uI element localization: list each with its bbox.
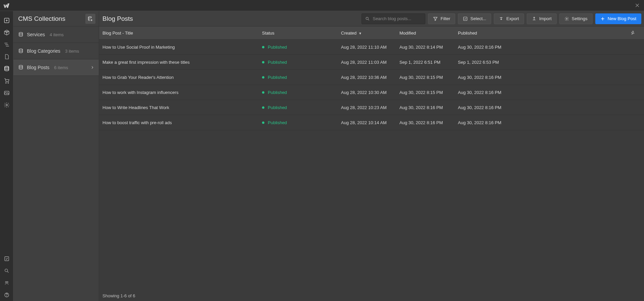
cell-published: Aug 30, 2022 8:16 PM (458, 90, 631, 95)
svg-rect-17 (464, 17, 467, 20)
svg-point-3 (8, 83, 8, 83)
column-header-modified[interactable]: Modified (399, 31, 458, 36)
table-footer: Showing 1-6 of 6 (99, 290, 644, 301)
help-icon[interactable] (0, 289, 13, 301)
table-row[interactable]: How to boost traffic with pre-roll ads P… (99, 115, 644, 130)
plus-icon (600, 16, 605, 21)
cell-published: Aug 30, 2022 8:16 PM (458, 45, 631, 50)
add-collection-button[interactable] (85, 14, 95, 24)
page-title: Blog Posts (102, 15, 133, 22)
left-toolbar (0, 11, 13, 301)
export-button[interactable]: Export (494, 13, 524, 24)
settings-button[interactable]: Settings (559, 13, 593, 24)
import-button[interactable]: Import (527, 13, 557, 24)
collection-label: Blog Categories (27, 48, 60, 54)
status-dot-icon (262, 76, 264, 79)
cell-modified: Aug 30, 2022 8:15 PM (399, 90, 458, 95)
svg-point-18 (566, 18, 567, 19)
collection-count: 4 items (50, 32, 64, 37)
status-dot-icon (262, 61, 264, 63)
pages-icon[interactable] (0, 51, 13, 63)
search-input-wrapper[interactable] (361, 13, 425, 24)
status-text: Published (268, 105, 287, 110)
status-text: Published (268, 90, 287, 95)
table-row[interactable]: How to Use Social Proof in Marketing Pub… (99, 40, 644, 55)
webflow-logo-icon[interactable] (3, 2, 9, 9)
cell-modified: Aug 30, 2022 8:16 PM (399, 120, 458, 125)
svg-point-11 (6, 296, 7, 296)
svg-point-8 (5, 282, 6, 283)
cell-title: How to Grab Your Reader's Attention (102, 75, 262, 80)
assets-icon[interactable] (0, 87, 13, 99)
column-header-title[interactable]: Blog Post - Title (102, 31, 262, 36)
svg-point-14 (19, 49, 23, 50)
database-icon (18, 32, 24, 37)
sort-desc-icon: ▼ (358, 32, 362, 35)
add-icon[interactable] (0, 14, 13, 27)
chevron-right-icon (91, 66, 94, 69)
search-nav-icon[interactable] (0, 265, 13, 277)
search-input[interactable] (373, 16, 429, 21)
cell-modified: Aug 30, 2022 8:16 PM (399, 105, 458, 110)
search-icon (365, 16, 370, 21)
collection-count: 6 items (54, 65, 68, 70)
collection-label: Blog Posts (27, 65, 49, 70)
cms-icon[interactable] (0, 63, 13, 75)
filter-label: Filter (440, 16, 450, 21)
cell-status: Published (262, 45, 341, 50)
close-icon[interactable] (633, 1, 641, 9)
svg-point-15 (19, 65, 23, 66)
svg-point-2 (5, 83, 6, 83)
cell-status: Published (262, 105, 341, 110)
cell-modified: Aug 30, 2022 8:14 PM (399, 45, 458, 50)
table-row[interactable]: Make a great first impression with these… (99, 55, 644, 70)
select-button[interactable]: Select... (458, 13, 491, 24)
new-item-button[interactable]: New Blog Post (595, 13, 641, 24)
filter-button[interactable]: Filter (428, 13, 455, 24)
collection-count: 3 items (65, 49, 79, 54)
sidebar-title: CMS Collections (18, 15, 65, 22)
table-row[interactable]: How to work with Instagram influencers P… (99, 85, 644, 100)
cell-status: Published (262, 75, 341, 80)
cell-title: Make a great first impression with these… (102, 60, 262, 65)
cell-title: How to boost traffic with pre-roll ads (102, 120, 262, 125)
audit-icon[interactable] (0, 253, 13, 265)
export-icon (499, 16, 504, 21)
cell-status: Published (262, 120, 341, 125)
status-dot-icon (262, 106, 264, 109)
select-label: Select... (470, 16, 486, 21)
cell-published: Aug 30, 2022 8:16 PM (458, 120, 631, 125)
svg-rect-6 (5, 257, 9, 261)
collection-item[interactable]: Blog Categories 3 items (13, 43, 99, 59)
box-icon[interactable] (0, 27, 13, 39)
cell-title: How to Use Social Proof in Marketing (102, 45, 262, 50)
settings-label: Settings (572, 16, 588, 21)
cell-published: Aug 30, 2022 8:16 PM (458, 105, 631, 110)
cell-created: Aug 28, 2022 10:30 AM (341, 90, 399, 95)
status-dot-icon (262, 121, 264, 124)
svg-point-9 (7, 282, 8, 283)
checkbox-icon (463, 16, 468, 21)
svg-point-7 (5, 269, 7, 272)
pin-column-button[interactable] (631, 31, 641, 35)
cell-created: Aug 28, 2022 11:10 AM (341, 45, 399, 50)
new-item-label: New Blog Post (608, 16, 636, 21)
table-row[interactable]: How to Grab Your Reader's Attention Publ… (99, 70, 644, 85)
column-header-status[interactable]: Status (262, 31, 341, 36)
cell-created: Aug 28, 2022 11:03 AM (341, 60, 399, 65)
collection-item[interactable]: Blog Posts 6 items (13, 59, 99, 76)
cell-status: Published (262, 60, 341, 65)
settings-gear-icon[interactable] (0, 99, 13, 111)
ecommerce-icon[interactable] (0, 75, 13, 87)
cell-published: Sep 1, 2022 6:53 PM (458, 60, 631, 65)
svg-point-12 (88, 16, 91, 18)
status-text: Published (268, 45, 287, 50)
filter-icon (433, 16, 438, 21)
navigator-icon[interactable] (0, 39, 13, 51)
video-icon[interactable] (0, 277, 13, 289)
status-text: Published (268, 120, 287, 125)
collection-item[interactable]: Services 4 items (13, 27, 99, 43)
table-row[interactable]: How to Write Headlines That Work Publish… (99, 100, 644, 115)
column-header-published[interactable]: Published (458, 31, 631, 36)
column-header-created[interactable]: Created▼ (341, 31, 399, 36)
